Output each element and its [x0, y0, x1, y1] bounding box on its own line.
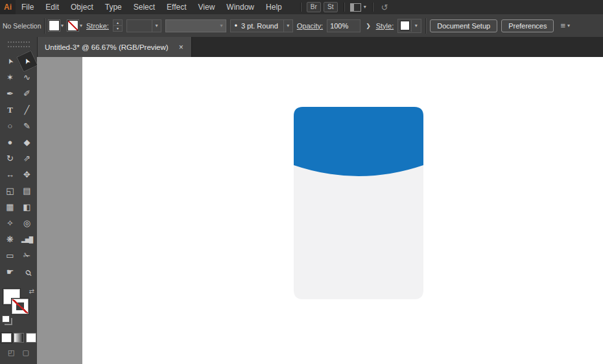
chevron-down-icon[interactable]: ▾ [411, 20, 420, 32]
fill-color-control[interactable]: ▾ [49, 20, 64, 31]
menubar: Ai FileEditObjectTypeSelectEffectViewWin… [0, 0, 603, 15]
menu-edit[interactable]: Edit [40, 0, 65, 14]
shape-builder-tool[interactable]: ◱ [2, 183, 19, 199]
gradient-button[interactable] [14, 333, 24, 343]
tools-grid: ➤➤✶∿✒✐T╱○✎●◆↻⇗↔✥◱▤▦◧✧◎❋▂▅█▭✁☛ϙ [0, 53, 37, 280]
rotate-tool[interactable]: ↻ [2, 150, 19, 166]
menu-object[interactable]: Object [65, 0, 99, 14]
arrange-documents-icon[interactable] [350, 3, 361, 12]
paintbrush-tool[interactable]: ✐ [19, 85, 36, 102]
style-panel-link[interactable]: Style: [376, 22, 394, 30]
menubar-right: Br St ▾ ↺ [297, 2, 388, 12]
separator [344, 3, 344, 12]
lasso-tool[interactable]: ∿ [19, 69, 36, 85]
selection-status: No Selection [3, 22, 40, 30]
stepper-down-icon[interactable]: ▾ [113, 26, 122, 31]
jar-body-shape[interactable] [294, 159, 423, 299]
stroke-none-swatch-icon [67, 20, 78, 31]
chevron-down-icon[interactable]: ▾ [567, 23, 570, 28]
artboard-tool[interactable]: ▭ [2, 247, 19, 264]
chevron-down-icon[interactable]: ▾ [61, 23, 64, 28]
scale-tool[interactable]: ⇗ [19, 150, 36, 166]
stroke-color-control[interactable]: ▾ [67, 20, 82, 31]
stroke-panel-link[interactable]: Stroke: [86, 22, 109, 30]
stroke-weight-stepper[interactable]: ▴ ▾ [113, 19, 123, 32]
blend-tool[interactable]: ◎ [19, 215, 36, 231]
blob-brush-tool[interactable]: ● [2, 134, 19, 150]
fill-stroke-indicator: ⇄ [0, 288, 37, 323]
separator [300, 3, 301, 12]
opacity-expand-icon[interactable]: ❯ [364, 23, 372, 29]
pasteboard[interactable] [37, 57, 603, 364]
gradient-tool[interactable]: ◧ [19, 199, 36, 215]
free-transform-tool[interactable]: ✥ [19, 166, 36, 183]
stepper-up-icon[interactable]: ▴ [113, 20, 122, 26]
menu-view[interactable]: View [193, 0, 221, 14]
tab-close-icon[interactable]: × [179, 43, 183, 52]
brush-preview-icon: • [231, 21, 241, 30]
document-tab[interactable]: Untitled-3* @ 66.67% (RGB/Preview) × [37, 37, 192, 57]
control-bar: No Selection ▾ ▾ Stroke: ▴ ▾ ▾ ▾ • 3 pt.… [0, 14, 603, 38]
jar-lid-shape[interactable] [294, 107, 423, 176]
perspective-grid-tool[interactable]: ▤ [19, 183, 36, 199]
stroke-weight-dropdown[interactable]: ▾ [126, 19, 161, 32]
opacity-panel-link[interactable]: Opacity: [297, 22, 323, 30]
cs-live-icon[interactable]: ↺ [381, 3, 388, 12]
eraser-tool[interactable]: ◆ [19, 134, 36, 150]
width-tool[interactable]: ↔ [2, 166, 19, 183]
mesh-tool[interactable]: ▦ [2, 199, 19, 215]
fill-color-swatch-icon [49, 20, 60, 31]
color-mode-row [0, 333, 37, 343]
chevron-down-icon[interactable]: ▾ [364, 5, 366, 10]
column-graph-tool[interactable]: ▂▅█ [19, 231, 36, 247]
stroke-swatch[interactable] [12, 299, 29, 314]
menu-effect[interactable]: Effect [161, 0, 192, 14]
chevron-down-icon[interactable]: ▾ [283, 20, 292, 32]
default-fill-stroke-icon[interactable] [2, 315, 10, 323]
symbol-sprayer-tool[interactable]: ❋ [2, 231, 19, 247]
ellipse-tool[interactable]: ○ [2, 118, 19, 134]
line-tool[interactable]: ╱ [19, 102, 36, 118]
color-button[interactable] [1, 333, 12, 343]
app-logo: Ai [0, 0, 16, 14]
none-button[interactable] [26, 333, 36, 343]
style-swatch-icon [400, 21, 410, 30]
brush-definition-dropdown[interactable]: • 3 pt. Round ▾ [230, 19, 293, 32]
type-tool[interactable]: T [2, 102, 19, 118]
eyedropper-tool[interactable]: ✧ [2, 215, 19, 231]
toolbar-bottom-row: ◰ ▢ [0, 348, 37, 357]
chevron-down-icon[interactable]: ▾ [152, 20, 161, 32]
style-dropdown[interactable]: ▾ [397, 19, 421, 33]
stock-button[interactable]: St [324, 2, 338, 12]
pen-tool[interactable]: ✒ [2, 85, 19, 102]
menu-type[interactable]: Type [99, 0, 128, 14]
menu-items: FileEditObjectTypeSelectEffectViewWindow… [16, 0, 288, 14]
bridge-button[interactable]: Br [307, 2, 321, 12]
brush-definition-value: 3 pt. Round [241, 22, 283, 30]
tools-panel: ➤➤✶∿✒✐T╱○✎●◆↻⇗↔✥◱▤▦◧✧◎❋▂▅█▭✁☛ϙ ⇄ ◰ ▢ [0, 37, 38, 364]
opacity-value: 100% [330, 22, 348, 30]
arrange-icon[interactable]: ≡ [560, 21, 565, 30]
menu-help[interactable]: Help [260, 0, 288, 14]
menu-window[interactable]: Window [220, 0, 260, 14]
drawing-mode-icon[interactable]: ◰ [8, 348, 14, 357]
separator [372, 3, 373, 12]
arrange-control[interactable]: ≡ ▾ [560, 21, 570, 30]
document-setup-button[interactable]: Document Setup [430, 19, 497, 32]
jar-shape[interactable] [294, 107, 423, 299]
panel-drag-handle[interactable] [8, 41, 30, 47]
separator [425, 18, 426, 34]
pencil-tool[interactable]: ✎ [19, 118, 36, 134]
swap-fill-stroke-icon[interactable]: ⇄ [29, 288, 34, 295]
variable-width-profile-dropdown: ▾ [165, 19, 226, 32]
preferences-button[interactable]: Preferences [501, 19, 554, 32]
illustrator-window: Ai FileEditObjectTypeSelectEffectViewWin… [0, 0, 603, 364]
screen-mode-icon[interactable]: ▢ [23, 348, 29, 357]
opacity-field[interactable]: 100% [327, 19, 361, 32]
menu-file[interactable]: File [16, 0, 40, 14]
chevron-down-icon: ▾ [217, 20, 226, 32]
menu-select[interactable]: Select [128, 0, 161, 14]
magic-wand-tool[interactable]: ✶ [2, 69, 19, 85]
chevron-down-icon[interactable]: ▾ [80, 23, 82, 28]
document-tabbar: Untitled-3* @ 66.67% (RGB/Preview) × [37, 37, 603, 58]
